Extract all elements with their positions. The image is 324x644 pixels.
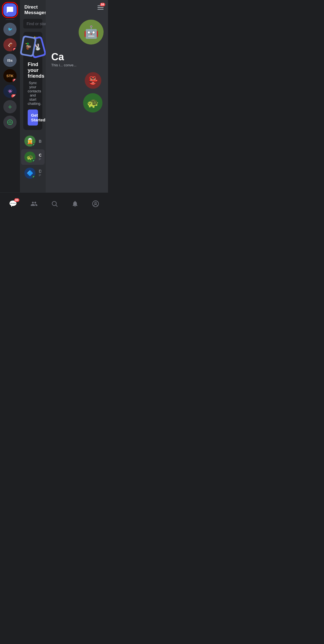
sidebar-item-bird[interactable]: 🐦 xyxy=(3,23,17,36)
friends-icon xyxy=(30,200,38,207)
top-area: 🐦 🏈 3 ISs STK 5 👾 xyxy=(0,0,108,192)
dm-item-dyno[interactable]: 🔷 Dyno Playing dyno.gg | ?help xyxy=(21,165,45,181)
right-username-partial: Ca xyxy=(51,51,76,63)
dm-info-bloxlink: Bloxlink xyxy=(39,139,41,144)
explore-icon xyxy=(7,119,13,126)
right-content: 🤖 Ca This i... conve... 👺 🐢 xyxy=(46,16,108,192)
sidebar-divider xyxy=(6,19,14,20)
dm-name-carlbot: Carl-bot xyxy=(39,153,41,157)
phone-inner-right: 🦆 xyxy=(22,37,35,55)
find-friends-subtitle: Sync your contacts and start chatting. xyxy=(28,81,38,106)
home-nav-badge: 84 xyxy=(14,198,19,202)
right-text-block: Ca This i... conve... xyxy=(49,51,76,68)
badge-monster: 76 xyxy=(11,94,17,98)
svg-point-14 xyxy=(95,202,97,204)
dm-status-carlbot xyxy=(32,159,35,163)
panel-title: Direct Messages xyxy=(24,4,46,15)
right-bottom-avatar: 👺 xyxy=(85,72,101,89)
dm-info-carlbot: Carl-bot Playing /help | carl.gg xyxy=(39,153,41,161)
right-panel: 84 🤖 Ca This i... conve... 👺 xyxy=(46,0,108,192)
dm-item-bloxlink[interactable]: 🧝 Bloxlink xyxy=(21,133,45,149)
message-icon xyxy=(6,6,14,14)
bottom-nav: 💬 84 xyxy=(0,192,108,215)
sidebar: 🐦 🏈 3 ISs STK 5 👾 xyxy=(0,0,20,192)
right-carlbot-avatar: 🐢 xyxy=(83,93,102,113)
dm-panel: Direct Messages 🔍 ✕ xyxy=(20,0,46,192)
nav-item-search[interactable] xyxy=(47,198,63,210)
explore-button[interactable] xyxy=(3,116,17,129)
search-input[interactable] xyxy=(27,22,46,26)
search-box[interactable]: 🔍 xyxy=(23,19,42,28)
badge-stk: 5 xyxy=(12,78,17,82)
dm-status-text-dyno: Playing dyno.gg | ?help xyxy=(39,173,41,178)
dm-info-dyno: Dyno Playing dyno.gg | ?help xyxy=(39,169,41,178)
badge-helmet: 3 xyxy=(12,47,17,51)
right-subtext: This i... conve... xyxy=(51,63,76,68)
sidebar-item-monster[interactable]: 👾 76 xyxy=(3,85,17,98)
dm-name-dyno: Dyno xyxy=(39,169,41,173)
dm-avatar-bloxlink: 🧝 xyxy=(24,135,35,147)
dm-status-text-carlbot: Playing /help | carl.gg xyxy=(39,157,41,161)
profile-icon xyxy=(92,200,99,207)
server-avatar-iss: ISs xyxy=(3,54,17,67)
find-friends-title: Find your friends xyxy=(28,62,38,79)
sidebar-item-dm[interactable] xyxy=(3,3,17,17)
sidebar-item-iss[interactable]: ISs xyxy=(3,54,17,67)
right-menu-badge: 84 xyxy=(100,3,105,6)
svg-rect-9 xyxy=(97,7,104,8)
dm-status-dyno xyxy=(32,175,35,179)
right-top-avatar: 🤖 xyxy=(79,20,104,45)
app-container: 🐦 🏈 3 ISs STK 5 👾 xyxy=(0,0,108,215)
svg-point-13 xyxy=(92,201,99,207)
right-menu-button[interactable]: 84 xyxy=(97,4,104,12)
right-header: 84 xyxy=(46,0,108,16)
sidebar-item-stk[interactable]: STK 5 xyxy=(3,69,17,82)
dm-avatar-dyno: 🔷 xyxy=(24,168,35,179)
add-server-button[interactable]: + xyxy=(3,100,17,113)
nav-item-home[interactable]: 💬 84 xyxy=(4,198,22,210)
nav-item-profile[interactable] xyxy=(88,198,104,210)
get-started-button[interactable]: Get Started xyxy=(28,109,38,126)
find-friends-card: ✕ ✦ · 🐰 🦆 Find your friends Sync you xyxy=(23,32,42,130)
dm-avatar-carlbot: 🐢 xyxy=(24,152,35,163)
dm-item-carlbot[interactable]: 🐢 Carl-bot Playing /help | carl.gg xyxy=(21,149,45,165)
svg-point-1 xyxy=(9,121,11,123)
dm-status-bloxlink xyxy=(32,143,35,147)
server-avatar-bird: 🐦 xyxy=(3,23,17,36)
sidebar-item-helmet[interactable]: 🏈 3 xyxy=(3,38,17,51)
dm-list: 🧝 Bloxlink 🐢 Carl-bot xyxy=(20,133,46,192)
nav-item-friends[interactable] xyxy=(26,198,42,210)
search-nav-icon xyxy=(51,200,58,207)
nav-item-notifications[interactable] xyxy=(67,198,83,210)
svg-rect-10 xyxy=(97,9,104,10)
dm-icon-button[interactable] xyxy=(3,3,17,17)
svg-line-12 xyxy=(56,205,57,206)
notifications-icon xyxy=(71,200,79,207)
dm-name-bloxlink: Bloxlink xyxy=(39,139,41,144)
card-illustration: ✦ · 🐰 🦆 xyxy=(28,36,38,58)
panel-header: Direct Messages xyxy=(20,0,46,19)
phones-illustration: ✦ · 🐰 🦆 xyxy=(28,36,38,58)
